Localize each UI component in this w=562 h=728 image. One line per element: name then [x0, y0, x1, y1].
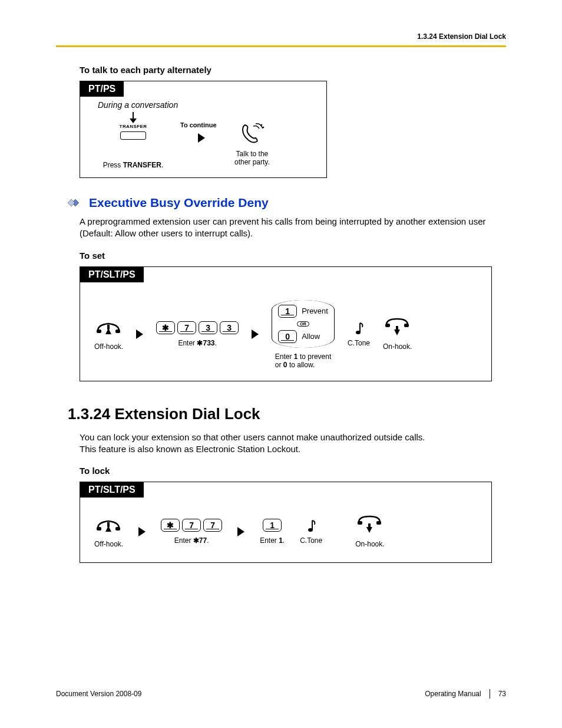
key-7b: 7	[203, 519, 222, 532]
svg-rect-14	[115, 527, 120, 531]
keypad-77: ✱ 7 7	[161, 519, 222, 532]
svg-rect-7	[107, 325, 110, 330]
caption-enter-1-or-0: Enter 1 to prevent or 0 to allow.	[275, 353, 331, 369]
keypad-733: ✱ 7 3 3	[156, 321, 239, 334]
svg-rect-18	[358, 521, 362, 525]
svg-point-0	[261, 124, 263, 126]
chevron-right-icon	[138, 527, 146, 536]
key-3b: 3	[220, 321, 239, 334]
svg-point-8	[356, 331, 361, 334]
svg-rect-13	[97, 527, 101, 531]
key-3: 3	[199, 321, 217, 334]
key-star: ✱	[156, 321, 175, 334]
caption-offhook: Off-hook.	[94, 342, 123, 351]
footer-doc-version: Document Version 2008-09	[56, 690, 141, 698]
subheading-to-lock: To lock	[80, 466, 506, 476]
label-prevent: Prevent	[302, 307, 328, 315]
arrow-down-icon	[133, 112, 134, 123]
page-header-right: 1.3.24 Extension Dial Lock	[56, 32, 506, 41]
label-ctone: C.Tone	[300, 536, 322, 545]
key-1: 1	[278, 305, 297, 318]
caption-talk-other-party: Talk to theother party.	[234, 150, 270, 166]
device-tab-ptsltps: PT/SLT/PS	[80, 267, 144, 282]
offhook-icon	[95, 318, 123, 338]
svg-marker-3	[68, 199, 75, 206]
paragraph-exec-desc: A preprogrammed extension user can preve…	[80, 216, 506, 240]
key-1: 1	[263, 519, 282, 532]
svg-point-1	[263, 127, 265, 129]
caption-enter-77: Enter ✱77.	[174, 536, 209, 545]
music-note-icon	[353, 321, 365, 337]
heading-extension-dial-lock: 1.3.24 Extension Dial Lock	[68, 405, 506, 423]
page-footer: Document Version 2008-09 Operating Manua…	[56, 689, 506, 699]
music-note-icon	[305, 519, 317, 534]
or-label: OR	[297, 321, 309, 327]
diamond-bullet-icon	[68, 197, 83, 208]
svg-rect-9	[385, 324, 390, 327]
svg-rect-4	[97, 330, 101, 333]
footer-manual-name: Operating Manual	[425, 690, 481, 698]
transfer-key-icon	[120, 131, 146, 140]
svg-marker-12	[394, 330, 400, 335]
subheading-talk-alternately: To talk to each party alternately	[80, 65, 506, 75]
option-group: 1 Prevent OR 0 Allow	[272, 300, 335, 348]
onhook-icon	[384, 318, 411, 338]
footer-divider	[490, 689, 490, 699]
procedure-box-to-lock: PT/SLT/PS Off-hook. ✱	[80, 482, 492, 563]
svg-marker-21	[366, 527, 372, 533]
label-allow: Allow	[302, 332, 320, 341]
chevron-right-icon	[252, 330, 259, 339]
svg-rect-19	[376, 521, 381, 525]
label-to-continue: To continue	[180, 121, 217, 129]
handset-talk-icon	[239, 121, 265, 145]
header-rule	[56, 45, 506, 47]
label-ctone: C.Tone	[348, 339, 370, 347]
chevron-right-icon	[136, 330, 143, 339]
device-tab-ptsltps-2: PT/SLT/PS	[80, 482, 144, 498]
caption-enter-733: Enter ✱733.	[178, 339, 216, 347]
caption-offhook: Off-hook.	[94, 540, 123, 548]
procedure-box-talk: PT/PS During a conversation TRANSFER Pre…	[80, 81, 327, 178]
subheading-to-set: To set	[80, 251, 506, 261]
key-0: 0	[278, 330, 297, 343]
heading-executive-busy-override-deny: Executive Busy Override Deny	[89, 196, 269, 210]
svg-rect-10	[404, 324, 409, 327]
svg-rect-16	[107, 522, 110, 527]
key-7: 7	[177, 321, 196, 334]
caption-press-transfer: Press TRANSFER.	[103, 161, 164, 169]
key-7: 7	[182, 519, 201, 532]
caption-onhook: On-hook.	[355, 540, 384, 548]
footer-page-number: 73	[498, 690, 506, 698]
device-tab-ptps: PT/PS	[80, 81, 124, 97]
context-during-conversation: During a conversation	[98, 100, 315, 110]
key-star: ✱	[161, 519, 180, 532]
paragraph-lock-desc: You can lock your extension so that othe…	[80, 431, 506, 456]
caption-enter-1: Enter 1.	[260, 536, 285, 545]
caption-onhook: On-hook.	[383, 342, 412, 351]
chevron-right-icon	[237, 527, 244, 536]
transfer-key-label: TRANSFER	[120, 124, 147, 129]
offhook-icon	[95, 515, 123, 535]
procedure-box-to-set: PT/SLT/PS Off-hook. ✱	[80, 266, 492, 381]
chevron-right-icon	[198, 133, 205, 143]
svg-rect-5	[115, 330, 120, 333]
onhook-icon	[356, 515, 384, 535]
svg-point-17	[308, 528, 313, 532]
